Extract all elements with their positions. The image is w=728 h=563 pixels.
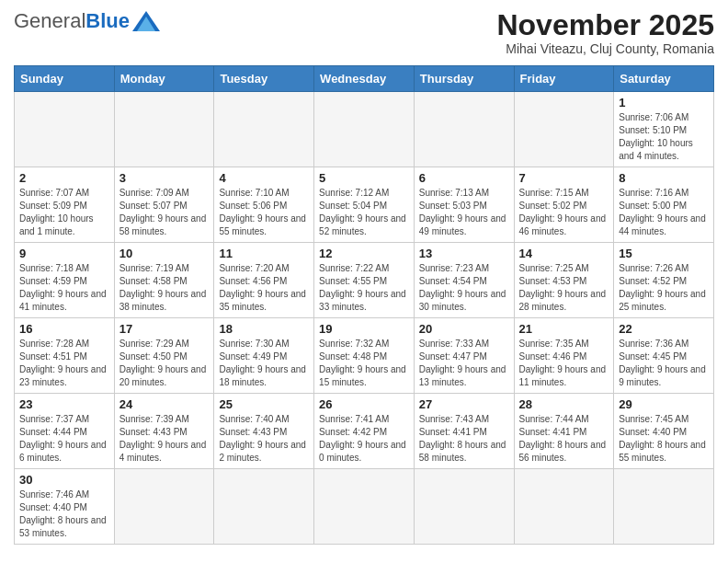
calendar-cell [214, 92, 314, 167]
day-info: Sunrise: 7:07 AM Sunset: 5:09 PM Dayligh… [19, 187, 109, 238]
calendar-cell: 16Sunrise: 7:28 AM Sunset: 4:51 PM Dayli… [15, 318, 115, 394]
day-info: Sunrise: 7:25 AM Sunset: 4:53 PM Dayligh… [519, 262, 609, 314]
weekday-header-thursday: Thursday [414, 66, 514, 92]
day-number: 21 [519, 322, 609, 336]
calendar-cell [314, 469, 415, 545]
day-info: Sunrise: 7:06 AM Sunset: 5:10 PM Dayligh… [619, 111, 709, 163]
calendar-cell [214, 469, 314, 545]
calendar-cell: 1Sunrise: 7:06 AM Sunset: 5:10 PM Daylig… [614, 92, 714, 167]
day-number: 25 [219, 397, 309, 411]
day-number: 28 [519, 397, 609, 411]
calendar-cell: 4Sunrise: 7:10 AM Sunset: 5:06 PM Daylig… [214, 167, 314, 243]
day-info: Sunrise: 7:15 AM Sunset: 5:02 PM Dayligh… [519, 187, 609, 238]
calendar-cell [414, 92, 514, 167]
calendar-cell: 24Sunrise: 7:39 AM Sunset: 4:43 PM Dayli… [114, 394, 214, 469]
day-info: Sunrise: 7:19 AM Sunset: 4:58 PM Dayligh… [119, 262, 210, 314]
calendar-cell: 23Sunrise: 7:37 AM Sunset: 4:44 PM Dayli… [15, 394, 115, 469]
day-number: 3 [119, 171, 210, 185]
calendar-cell: 3Sunrise: 7:09 AM Sunset: 5:07 PM Daylig… [114, 167, 214, 243]
day-number: 6 [419, 171, 509, 185]
calendar-cell: 25Sunrise: 7:40 AM Sunset: 4:43 PM Dayli… [214, 394, 314, 469]
day-info: Sunrise: 7:16 AM Sunset: 5:00 PM Dayligh… [619, 187, 709, 238]
weekday-header-wednesday: Wednesday [314, 66, 415, 92]
calendar-week-row: 30Sunrise: 7:46 AM Sunset: 4:40 PM Dayli… [15, 469, 714, 545]
calendar-header-row: SundayMondayTuesdayWednesdayThursdayFrid… [15, 66, 714, 92]
calendar-week-row: 9Sunrise: 7:18 AM Sunset: 4:59 PM Daylig… [15, 243, 714, 318]
weekday-header-tuesday: Tuesday [214, 66, 314, 92]
weekday-header-friday: Friday [514, 66, 614, 92]
day-number: 17 [119, 322, 210, 336]
day-number: 8 [619, 171, 709, 185]
day-info: Sunrise: 7:44 AM Sunset: 4:41 PM Dayligh… [519, 413, 609, 465]
day-info: Sunrise: 7:13 AM Sunset: 5:03 PM Dayligh… [419, 187, 509, 238]
day-info: Sunrise: 7:45 AM Sunset: 4:40 PM Dayligh… [619, 413, 709, 465]
day-info: Sunrise: 7:26 AM Sunset: 4:52 PM Dayligh… [619, 262, 709, 314]
day-number: 7 [519, 171, 609, 185]
day-info: Sunrise: 7:32 AM Sunset: 4:48 PM Dayligh… [319, 338, 409, 389]
day-number: 16 [19, 322, 109, 336]
day-info: Sunrise: 7:43 AM Sunset: 4:41 PM Dayligh… [419, 413, 509, 465]
day-number: 9 [19, 247, 109, 260]
calendar-cell: 9Sunrise: 7:18 AM Sunset: 4:59 PM Daylig… [15, 243, 115, 318]
calendar-cell: 13Sunrise: 7:23 AM Sunset: 4:54 PM Dayli… [414, 243, 514, 318]
calendar-cell: 12Sunrise: 7:22 AM Sunset: 4:55 PM Dayli… [314, 243, 415, 318]
day-info: Sunrise: 7:20 AM Sunset: 4:56 PM Dayligh… [219, 262, 309, 314]
logo-blue-text: Blue [85, 9, 130, 33]
title-area: November 2025 Mihai Viteazu, Cluj County… [496, 9, 714, 56]
day-info: Sunrise: 7:09 AM Sunset: 5:07 PM Dayligh… [119, 187, 210, 238]
calendar-cell [514, 92, 614, 167]
logo-icon [132, 11, 160, 31]
day-info: Sunrise: 7:40 AM Sunset: 4:43 PM Dayligh… [219, 413, 309, 465]
calendar-cell: 8Sunrise: 7:16 AM Sunset: 5:00 PM Daylig… [614, 167, 714, 243]
calendar-table: SundayMondayTuesdayWednesdayThursdayFrid… [14, 65, 714, 545]
day-info: Sunrise: 7:37 AM Sunset: 4:44 PM Dayligh… [19, 413, 109, 465]
day-number: 26 [319, 397, 409, 411]
day-info: Sunrise: 7:46 AM Sunset: 4:40 PM Dayligh… [19, 488, 109, 540]
day-info: Sunrise: 7:41 AM Sunset: 4:42 PM Dayligh… [319, 413, 409, 465]
day-info: Sunrise: 7:28 AM Sunset: 4:51 PM Dayligh… [19, 338, 109, 389]
day-info: Sunrise: 7:36 AM Sunset: 4:45 PM Dayligh… [619, 338, 709, 389]
subtitle: Mihai Viteazu, Cluj County, Romania [496, 41, 714, 56]
logo-general-text: General [14, 9, 85, 33]
weekday-header-monday: Monday [114, 66, 214, 92]
day-number: 5 [319, 171, 409, 185]
calendar-week-row: 23Sunrise: 7:37 AM Sunset: 4:44 PM Dayli… [15, 394, 714, 469]
calendar-cell: 11Sunrise: 7:20 AM Sunset: 4:56 PM Dayli… [214, 243, 314, 318]
weekday-header-saturday: Saturday [614, 66, 714, 92]
calendar-body: 1Sunrise: 7:06 AM Sunset: 5:10 PM Daylig… [15, 92, 714, 545]
calendar-cell [15, 92, 115, 167]
calendar-cell: 7Sunrise: 7:15 AM Sunset: 5:02 PM Daylig… [514, 167, 614, 243]
day-number: 14 [519, 247, 609, 260]
day-number: 13 [419, 247, 509, 260]
day-number: 19 [319, 322, 409, 336]
day-info: Sunrise: 7:22 AM Sunset: 4:55 PM Dayligh… [319, 262, 409, 314]
calendar-cell: 26Sunrise: 7:41 AM Sunset: 4:42 PM Dayli… [314, 394, 415, 469]
weekday-row: SundayMondayTuesdayWednesdayThursdayFrid… [15, 66, 714, 92]
day-info: Sunrise: 7:18 AM Sunset: 4:59 PM Dayligh… [19, 262, 109, 314]
day-info: Sunrise: 7:10 AM Sunset: 5:06 PM Dayligh… [219, 187, 309, 238]
calendar-cell: 30Sunrise: 7:46 AM Sunset: 4:40 PM Dayli… [15, 469, 115, 545]
day-number: 1 [619, 96, 709, 109]
calendar-cell: 18Sunrise: 7:30 AM Sunset: 4:49 PM Dayli… [214, 318, 314, 394]
day-number: 20 [419, 322, 509, 336]
calendar-cell: 17Sunrise: 7:29 AM Sunset: 4:50 PM Dayli… [114, 318, 214, 394]
calendar-cell: 10Sunrise: 7:19 AM Sunset: 4:58 PM Dayli… [114, 243, 214, 318]
day-number: 12 [319, 247, 409, 260]
calendar-cell [614, 469, 714, 545]
calendar-cell [314, 92, 415, 167]
calendar-header: General Blue November 2025 Mihai Viteazu… [14, 9, 714, 56]
day-number: 10 [119, 247, 210, 260]
calendar-cell [514, 469, 614, 545]
calendar-cell: 29Sunrise: 7:45 AM Sunset: 4:40 PM Dayli… [614, 394, 714, 469]
calendar-cell [414, 469, 514, 545]
day-number: 2 [19, 171, 109, 185]
day-number: 30 [19, 473, 109, 487]
calendar-cell: 27Sunrise: 7:43 AM Sunset: 4:41 PM Dayli… [414, 394, 514, 469]
calendar-cell: 15Sunrise: 7:26 AM Sunset: 4:52 PM Dayli… [614, 243, 714, 318]
calendar-cell [114, 469, 214, 545]
day-info: Sunrise: 7:33 AM Sunset: 4:47 PM Dayligh… [419, 338, 509, 389]
calendar-cell: 6Sunrise: 7:13 AM Sunset: 5:03 PM Daylig… [414, 167, 514, 243]
calendar-cell: 21Sunrise: 7:35 AM Sunset: 4:46 PM Dayli… [514, 318, 614, 394]
calendar-cell: 22Sunrise: 7:36 AM Sunset: 4:45 PM Dayli… [614, 318, 714, 394]
day-number: 18 [219, 322, 309, 336]
